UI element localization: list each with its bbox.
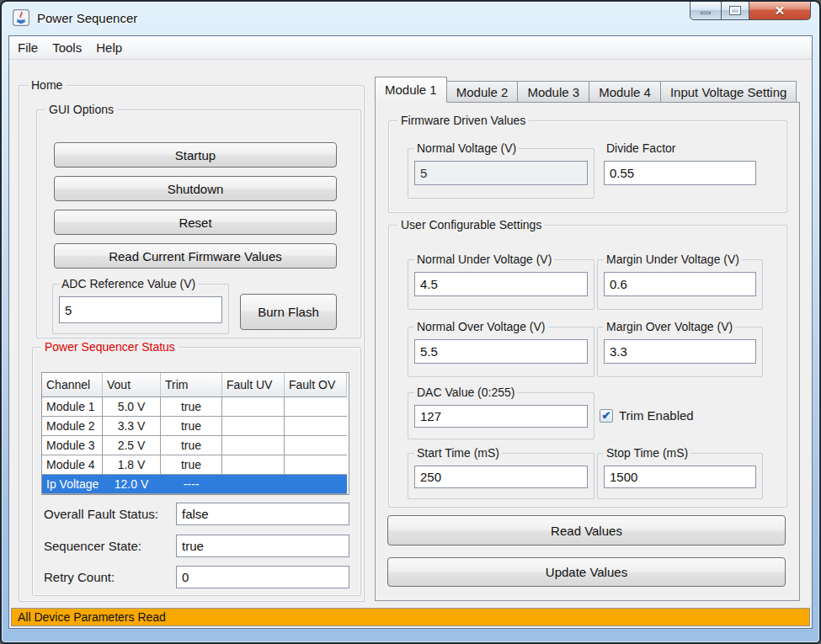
start-time-group: Start Time (mS) — [408, 453, 594, 499]
cell-trim: true — [161, 417, 222, 436]
overall-fault-status-value[interactable] — [176, 503, 349, 525]
margin-under-voltage-input[interactable] — [604, 272, 756, 296]
home-panel: Home GUI Options Startup Shutdown Reset … — [19, 85, 365, 602]
startup-button[interactable]: Startup — [54, 142, 337, 168]
sequencer-state-label: Sequencer State: — [44, 539, 141, 553]
sequencer-state-value[interactable] — [176, 535, 349, 557]
burn-flash-button[interactable]: Burn Flash — [240, 294, 337, 330]
stop-time-group: Stop Time (mS) — [597, 453, 763, 499]
cell-channel: Module 2 — [42, 417, 103, 436]
status-table: Channel Vout Trim Fault UV Fault OV Modu… — [41, 372, 349, 495]
window-controls: ✕ — [690, 2, 811, 20]
margin-over-voltage-input[interactable] — [604, 339, 756, 364]
module-1-panel: Firmware Driven Values Normal Voltage (V… — [375, 102, 800, 601]
cell-channel: Ip Voltage — [42, 475, 103, 494]
divide-factor-input[interactable] — [604, 161, 756, 185]
stop-time-label: Stop Time (mS) — [604, 446, 690, 460]
normal-over-voltage-input[interactable] — [414, 339, 588, 364]
margin-under-voltage-group: Margin Under Voltage (V) — [597, 259, 763, 310]
close-button[interactable]: ✕ — [749, 2, 811, 20]
normal-over-voltage-label: Normal Over Voltage (V) — [414, 320, 548, 333]
cell-trim: true — [161, 455, 222, 475]
normal-under-voltage-input[interactable] — [414, 272, 588, 296]
normal-under-voltage-group: Normal Under Voltage (V) — [408, 259, 594, 310]
table-row-ip-voltage[interactable]: Ip Voltage 12.0 V ---- — [42, 475, 349, 494]
dac-value-input[interactable] — [414, 405, 588, 428]
home-panel-title: Home — [28, 78, 66, 92]
cell-channel: Module 4 — [42, 455, 103, 475]
normal-voltage-label: Normal Voltage (V) — [414, 141, 519, 155]
dac-value-group: DAC Value (0:255) — [408, 392, 594, 439]
normal-voltage-group: Normal Voltage (V) — [408, 148, 594, 199]
cell-fault-ov — [285, 397, 347, 417]
col-fault-ov[interactable]: Fault OV — [285, 373, 347, 397]
update-values-button[interactable]: Update Values — [387, 557, 786, 587]
tab-module-1[interactable]: Module 1 — [375, 77, 447, 103]
minimize-button[interactable] — [690, 2, 722, 20]
table-row-module2[interactable]: Module 2 3.3 V true — [42, 417, 349, 436]
divide-factor-group: Divide Factor — [597, 148, 763, 199]
margin-over-voltage-label: Margin Over Voltage (V) — [604, 320, 735, 333]
cell-fault-ov — [285, 475, 347, 494]
cell-vout: 12.0 V — [103, 475, 161, 494]
adc-reference-input[interactable] — [59, 296, 222, 323]
cell-fault-ov — [285, 436, 347, 455]
col-trim[interactable]: Trim — [161, 373, 222, 397]
start-time-input[interactable] — [414, 466, 588, 488]
menu-tools[interactable]: Tools — [52, 40, 82, 55]
title-bar[interactable]: Power Sequencer ✕ — [2, 2, 819, 35]
tab-module-3[interactable]: Module 3 — [518, 81, 589, 103]
col-channel[interactable]: Channel — [42, 373, 103, 397]
col-vout[interactable]: Vout — [103, 373, 161, 397]
stop-time-input[interactable] — [604, 466, 756, 488]
shutdown-button[interactable]: Shutdown — [54, 176, 337, 201]
normal-voltage-input — [414, 161, 588, 185]
tab-module-2[interactable]: Module 2 — [447, 81, 519, 103]
maximize-button[interactable] — [722, 2, 749, 20]
cell-channel: Module 3 — [42, 436, 103, 455]
divide-factor-label: Divide Factor — [604, 141, 678, 155]
gui-options-group: GUI Options Startup Shutdown Reset Read … — [36, 109, 361, 338]
cell-fault-uv — [222, 397, 285, 417]
adc-reference-label: ADC Reference Value (V) — [59, 277, 198, 290]
trim-enabled-label: Trim Enabled — [619, 408, 694, 423]
read-values-button[interactable]: Read Values — [387, 515, 786, 546]
close-icon: ✕ — [775, 3, 786, 19]
tab-input-voltage-setting[interactable]: Input Voltage Setting — [661, 81, 797, 103]
margin-over-voltage-group: Margin Over Voltage (V) — [597, 327, 763, 377]
cell-channel: Module 1 — [42, 397, 103, 417]
menu-help[interactable]: Help — [96, 40, 122, 55]
power-sequencer-status-group: Power Sequencer Status Channel Vout Trim… — [32, 347, 361, 596]
cell-fault-uv — [222, 436, 285, 455]
user-configurable-settings-group: User Configurable Settings Normal Under … — [388, 225, 787, 508]
cell-vout: 5.0 V — [103, 397, 161, 417]
trim-enabled-checkbox[interactable]: ✔ — [600, 409, 613, 423]
reset-button[interactable]: Reset — [54, 210, 337, 235]
overall-fault-status-label: Overall Fault Status: — [44, 507, 158, 521]
status-bar: All Device Parameters Read — [11, 608, 810, 626]
firmware-driven-values-title: Firmware Driven Values — [397, 114, 529, 127]
minimize-icon — [701, 12, 711, 14]
read-current-firmware-values-button[interactable]: Read Current Firmware Values — [54, 243, 337, 269]
user-configurable-settings-title: User Configurable Settings — [397, 218, 545, 232]
table-row-module4[interactable]: Module 4 1.8 V true — [42, 455, 349, 475]
application-window: Power Sequencer ✕ File Tools Help Home G… — [0, 0, 821, 644]
cell-fault-uv — [222, 475, 285, 494]
normal-over-voltage-group: Normal Over Voltage (V) — [408, 327, 594, 377]
retry-count-value[interactable] — [176, 566, 349, 588]
col-fault-uv[interactable]: Fault UV — [222, 373, 285, 397]
cell-trim: ---- — [161, 475, 222, 494]
checkmark-icon: ✔ — [602, 410, 611, 421]
menu-bar: File Tools Help — [9, 36, 812, 60]
status-table-header: Channel Vout Trim Fault UV Fault OV — [42, 373, 349, 397]
dac-value-label: DAC Value (0:255) — [414, 386, 517, 399]
tab-module-4[interactable]: Module 4 — [589, 81, 661, 103]
menu-file[interactable]: File — [18, 40, 38, 55]
normal-under-voltage-label: Normal Under Voltage (V) — [414, 253, 554, 266]
table-row-module3[interactable]: Module 3 2.5 V true — [42, 436, 349, 455]
client-area: File Tools Help Home GUI Options Startup… — [8, 35, 813, 629]
java-coffee-cup-icon — [13, 9, 29, 26]
trim-enabled-checkbox-row[interactable]: ✔ Trim Enabled — [600, 408, 694, 423]
main-content: Home GUI Options Startup Shutdown Reset … — [9, 61, 812, 606]
table-row-module1[interactable]: Module 1 5.0 V true — [42, 397, 349, 417]
